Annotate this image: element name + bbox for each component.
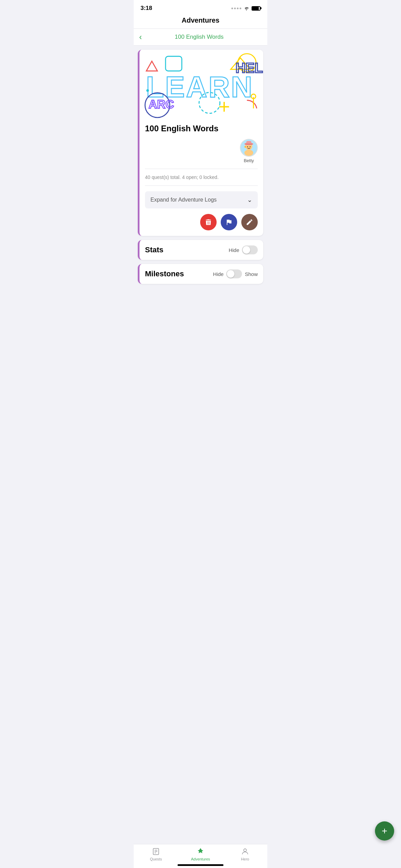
- expand-adventure-logs[interactable]: Expand for Adventure Logs ⌄: [145, 191, 258, 208]
- svg-text:HEL: HEL: [235, 60, 263, 75]
- milestones-show-label: Show: [245, 271, 258, 277]
- svg-text:ARC: ARC: [149, 98, 174, 111]
- user-name: Betty: [244, 158, 254, 163]
- stats-toggle-row: Hide: [229, 245, 258, 254]
- svg-point-14: [146, 89, 149, 92]
- svg-point-22: [250, 146, 251, 147]
- edit-button[interactable]: [241, 214, 258, 230]
- quest-info: 40 quest(s) total. 4 open; 0 locked.: [145, 174, 258, 186]
- chevron-down-icon: ⌄: [247, 196, 252, 204]
- back-button[interactable]: ‹: [139, 33, 142, 41]
- milestones-title: Milestones: [145, 269, 184, 278]
- trash-icon: [205, 218, 212, 226]
- milestones-toggle-row: Hide Show: [213, 269, 258, 278]
- page-title: Adventures: [182, 16, 219, 24]
- svg-point-23: [244, 146, 246, 148]
- flag-button[interactable]: [221, 214, 237, 230]
- card-hero-image: LEARN HEL ARC: [139, 50, 263, 118]
- user-avatar-wrap: Betty: [240, 139, 258, 163]
- stats-title: Stats: [145, 245, 163, 254]
- flag-icon: [225, 218, 233, 226]
- expand-label: Expand for Adventure Logs: [150, 197, 217, 203]
- adventure-card: LEARN HEL ARC: [138, 50, 263, 236]
- status-icons: [231, 6, 260, 11]
- sub-header: ‹ 100 English Words: [134, 29, 267, 46]
- stats-hide-label: Hide: [229, 247, 239, 253]
- adventure-title: 100 English Words: [145, 124, 258, 133]
- svg-point-20: [244, 150, 253, 156]
- action-buttons: [145, 214, 258, 230]
- delete-button[interactable]: [200, 214, 217, 230]
- main-content: LEARN HEL ARC: [134, 46, 267, 292]
- svg-rect-19: [245, 144, 253, 145]
- card-body: 100 English Words: [139, 118, 263, 236]
- status-time: 3:18: [141, 5, 152, 12]
- milestones-hide-label: Hide: [213, 271, 224, 277]
- wifi-icon: [243, 6, 250, 11]
- signal-dots: [231, 8, 241, 9]
- status-bar: 3:18: [134, 0, 267, 14]
- milestones-toggle[interactable]: [226, 269, 242, 278]
- milestones-card: Milestones Hide Show: [138, 264, 263, 284]
- battery-icon: [252, 6, 260, 11]
- stats-toggle[interactable]: [242, 245, 258, 254]
- stats-header: Stats Hide: [139, 240, 263, 260]
- sub-header-title: 100 English Words: [145, 34, 254, 40]
- svg-point-21: [247, 146, 248, 147]
- nav-header: Adventures: [134, 14, 267, 29]
- pencil-icon: [246, 218, 253, 226]
- card-user-section: Betty: [145, 139, 258, 169]
- avatar: [240, 139, 258, 157]
- stats-card: Stats Hide: [138, 240, 263, 260]
- milestones-header: Milestones Hide Show: [139, 264, 263, 284]
